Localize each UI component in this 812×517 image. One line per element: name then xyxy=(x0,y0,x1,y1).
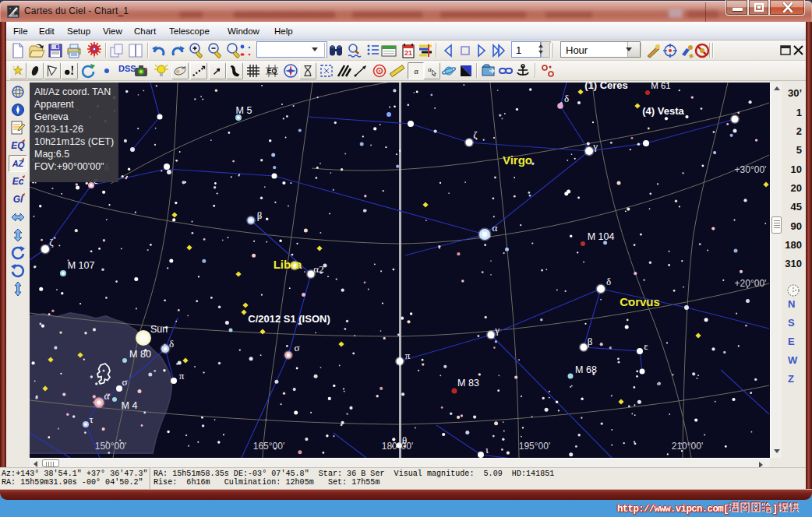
svg-text:Gl: Gl xyxy=(13,194,23,205)
svg-text:δ: δ xyxy=(564,93,569,104)
svg-text:Ec: Ec xyxy=(12,176,24,187)
svg-text:α: α xyxy=(428,65,432,73)
svg-text:Corvus: Corvus xyxy=(620,295,660,308)
svg-text:ι: ι xyxy=(485,444,489,455)
svg-text:α: α xyxy=(104,390,110,402)
svg-text:180°00': 180°00' xyxy=(382,441,413,452)
svg-text:π: π xyxy=(405,350,411,361)
svg-text:M 80: M 80 xyxy=(129,349,151,360)
svg-text:ζ: ζ xyxy=(473,128,478,140)
svg-text:2013-11-26: 2013-11-26 xyxy=(34,124,83,135)
svg-text:σ: σ xyxy=(294,342,299,353)
svg-text:+20°00': +20°00' xyxy=(735,278,767,289)
svg-text:γ: γ xyxy=(494,324,500,336)
svg-text:ζ: ζ xyxy=(49,236,54,248)
svg-text:δ: δ xyxy=(606,276,611,287)
svg-text:10h21m12s (CET): 10h21m12s (CET) xyxy=(34,136,114,147)
svg-text:Geneva: Geneva xyxy=(34,111,69,122)
svg-text:M 68: M 68 xyxy=(575,364,597,375)
svg-text:θ: θ xyxy=(402,434,407,446)
svg-text:M 5: M 5 xyxy=(236,105,252,116)
svg-text:ε: ε xyxy=(644,340,648,352)
svg-text:β: β xyxy=(257,209,263,221)
svg-text:M 61: M 61 xyxy=(651,83,671,90)
svg-text:(4) Vesta: (4) Vesta xyxy=(642,105,684,117)
svg-text:α2: α2 xyxy=(313,263,323,275)
svg-text:210°00': 210°00' xyxy=(672,441,703,452)
svg-text:δ: δ xyxy=(169,338,174,350)
svg-text:Mag:6.5: Mag:6.5 xyxy=(34,149,69,160)
svg-text:FOV:+90°00'00": FOV:+90°00'00" xyxy=(34,161,104,172)
svg-text:α: α xyxy=(414,67,418,76)
svg-text:M 107: M 107 xyxy=(68,260,95,271)
svg-text:EQ: EQ xyxy=(11,140,25,151)
svg-text:γ: γ xyxy=(592,140,598,152)
svg-text:Sun: Sun xyxy=(150,324,168,335)
svg-text:+30°00': +30°00' xyxy=(735,164,767,175)
svg-text:β: β xyxy=(588,336,593,347)
svg-text:Libra: Libra xyxy=(274,258,302,271)
svg-text:165°00': 165°00' xyxy=(253,441,284,452)
svg-text:M 83: M 83 xyxy=(457,378,479,389)
svg-text:Alt/Az coord. TAN: Alt/Az coord. TAN xyxy=(34,86,111,97)
svg-text:Apparent: Apparent xyxy=(34,99,74,110)
svg-text:AZ: AZ xyxy=(12,159,24,168)
svg-text:21: 21 xyxy=(404,49,412,57)
svg-text:τ: τ xyxy=(89,413,93,425)
svg-text:Virgo: Virgo xyxy=(503,153,532,167)
svg-text:195°00': 195°00' xyxy=(519,441,550,452)
svg-text:σ: σ xyxy=(122,376,127,388)
svg-text:C/2012 S1 (ISON): C/2012 S1 (ISON) xyxy=(248,313,330,325)
svg-text:π: π xyxy=(179,370,185,382)
svg-text:EQ: EQ xyxy=(267,67,277,75)
svg-text:(1) Ceres: (1) Ceres xyxy=(584,83,628,91)
svg-text:150°00': 150°00' xyxy=(95,441,126,452)
svg-text:M 4: M 4 xyxy=(122,400,138,411)
svg-text:α: α xyxy=(492,222,498,234)
svg-text:M 104: M 104 xyxy=(588,231,615,242)
